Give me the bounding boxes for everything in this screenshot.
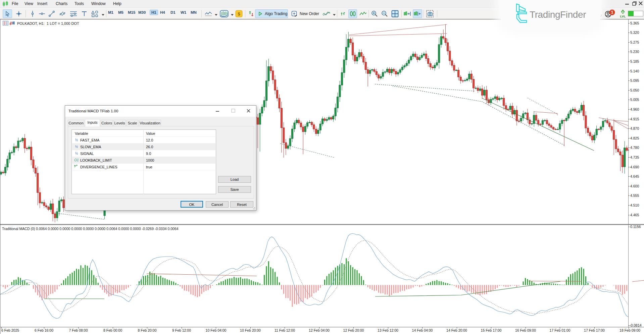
svg-text:4.735: 4.735 [630,155,639,159]
svg-text:-0.0814: -0.0814 [630,323,642,327]
svg-text:18 Feb 09:00: 18 Feb 09:00 [620,328,640,332]
svg-text:4.915: 4.915 [630,117,639,121]
svg-text:4.870: 4.870 [630,126,639,130]
svg-text:17 Feb 17:00: 17 Feb 17:00 [584,328,605,332]
svg-text:0.1156: 0.1156 [630,225,641,229]
svg-text:16 Feb 09:00: 16 Feb 09:00 [515,328,536,332]
svg-text:4.645: 4.645 [630,174,639,178]
svg-text:13 Feb 12:00: 13 Feb 12:00 [378,328,398,332]
svg-text:5.320: 5.320 [630,31,639,35]
svg-text:4.780: 4.780 [630,146,639,150]
svg-text:5.275: 5.275 [630,40,639,44]
svg-text:5.140: 5.140 [630,69,639,73]
svg-text:POLKADOT, H1: 1 LOT = 1,000 D: POLKADOT, H1: 1 LOT = 1,000 DOT [17,21,79,25]
svg-text:5.185: 5.185 [630,59,639,63]
svg-text:4.465: 4.465 [630,213,639,217]
svg-text:6 Feb 16:00: 6 Feb 16:00 [35,328,53,332]
svg-text:10 Feb 20:00: 10 Feb 20:00 [240,328,261,332]
svg-text:10 Feb 04:00: 10 Feb 04:00 [206,328,227,332]
svg-text:5.365: 5.365 [630,21,639,25]
svg-text:12 Feb 04:00: 12 Feb 04:00 [309,328,330,332]
svg-text:8 Feb 00:00: 8 Feb 00:00 [103,328,122,332]
svg-text:6 Feb 2025: 6 Feb 2025 [1,328,19,332]
svg-text:5.050: 5.050 [630,88,639,92]
svg-text:15 Feb 17:00: 15 Feb 17:00 [481,328,502,332]
svg-text:4.825: 4.825 [630,136,639,140]
svg-text:5.005: 5.005 [630,98,639,102]
svg-text:14 Feb 20:00: 14 Feb 20:00 [446,328,467,332]
svg-text:17 Feb 01:00: 17 Feb 01:00 [550,328,571,332]
svg-text:12 Feb 20:00: 12 Feb 20:00 [343,328,364,332]
svg-text:4.690: 4.690 [630,165,639,169]
svg-text:9 Feb 12:00: 9 Feb 12:00 [172,328,191,332]
svg-text:7 Feb 08:00: 7 Feb 08:00 [69,328,88,332]
svg-text:4.510: 4.510 [630,203,639,207]
svg-text:4.960: 4.960 [630,107,639,111]
svg-text:5.095: 5.095 [630,78,639,82]
svg-text:11 Feb 12:00: 11 Feb 12:00 [275,328,295,332]
svg-text:14 Feb 04:00: 14 Feb 04:00 [412,328,433,332]
svg-text:4.555: 4.555 [630,193,639,198]
svg-text:LVL: LVL [620,14,626,18]
svg-text:Traditional MACD (0) 0.0064 0.: Traditional MACD (0) 0.0064 0.0000 0.000… [2,227,179,231]
svg-text:$: $ [238,11,240,16]
svg-text:4.600: 4.600 [630,184,639,188]
svg-text:8 Feb 20:00: 8 Feb 20:00 [138,328,156,332]
svg-text:1: 1 [611,10,613,15]
svg-text:5.230: 5.230 [630,50,639,54]
